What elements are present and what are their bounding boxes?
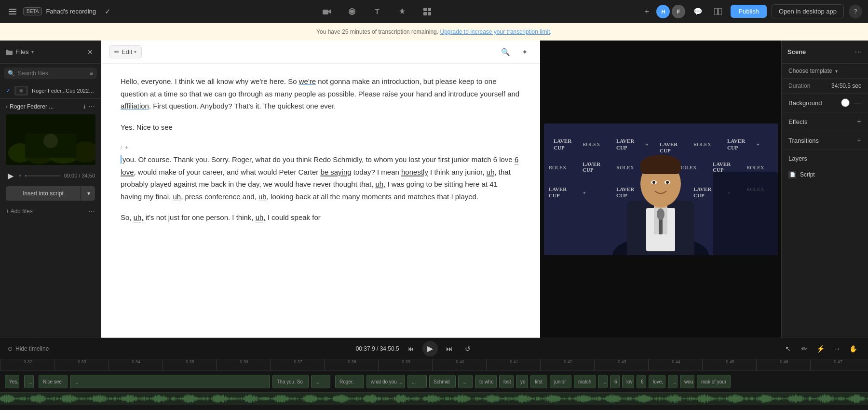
timeline-clip[interactable]: ... (70, 375, 270, 388)
timeline-clip[interactable]: junior (550, 375, 571, 388)
ruler-mark: 0:37 (270, 359, 324, 370)
timeline-clip[interactable]: 6 (610, 375, 620, 388)
edit-mode-button[interactable]: ✏ Edit ▾ (109, 45, 142, 58)
skip-back-button[interactable]: ⏮ (404, 342, 418, 355)
extend-tool-icon[interactable]: ↔ (830, 342, 844, 355)
loop-button[interactable]: ↺ (461, 342, 475, 355)
search-input[interactable] (18, 70, 87, 77)
timeline-clip[interactable]: lost (499, 375, 514, 388)
timeline-clip[interactable]: ... (311, 375, 330, 388)
link-word-11[interactable]: uh, (256, 213, 266, 221)
open-desktop-button[interactable]: Open in desktop app (772, 4, 844, 18)
effects-row[interactable]: Effects + (782, 112, 868, 131)
choose-template-button[interactable]: Choose template ▾ (782, 64, 868, 78)
background-row[interactable]: Background — (782, 94, 868, 112)
effects-add-icon[interactable]: + (857, 117, 861, 126)
scene-menu-icon[interactable]: ⋯ (854, 47, 862, 56)
hide-timeline-button[interactable]: ⊙ Hide timeline (8, 345, 49, 352)
link-word-1[interactable]: we're (299, 77, 316, 85)
files-more-menu[interactable]: ⋯ (88, 207, 95, 215)
topbar: BETA Fahad's recording ✓ T (0, 0, 868, 23)
split-view-icon[interactable] (710, 4, 726, 19)
svg-text:LAVER: LAVER (549, 186, 567, 192)
link-word-5[interactable]: honestly (401, 168, 428, 176)
timeline-clip[interactable]: to who (475, 375, 497, 388)
timeline-clip[interactable]: wou (680, 375, 694, 388)
warning-text: You have 25 minutes of transcription rem… (316, 28, 438, 35)
timeline-clip[interactable]: Nice see (39, 375, 68, 388)
background-minus-icon[interactable]: — (854, 98, 861, 107)
search-script-icon[interactable]: 🔍 (498, 44, 513, 60)
clip-prev-icon[interactable]: ‹ (6, 103, 8, 110)
timeline-clip[interactable]: yo (516, 375, 528, 388)
svg-text:LAVER: LAVER (693, 186, 712, 192)
add-files-row[interactable]: + Add files ⋯ (0, 205, 101, 218)
chat-icon[interactable]: 💬 (690, 4, 705, 19)
link-word-3[interactable]: 6 love (121, 155, 518, 176)
insert-into-script-button[interactable]: Insert into script (6, 186, 81, 201)
edit-tool-icon[interactable]: ✏ (798, 342, 811, 355)
layer-item-script[interactable]: 📄 Script (788, 169, 861, 180)
timeline-clip[interactable]: what do you ... (366, 375, 405, 388)
waveform (0, 392, 868, 405)
transitions-add-icon[interactable]: + (857, 136, 861, 145)
timeline-clip[interactable]: first (530, 375, 547, 388)
text-icon[interactable]: T (369, 4, 385, 19)
add-block-button[interactable]: + (125, 143, 128, 152)
split-tool-icon[interactable]: ⚡ (814, 342, 827, 355)
clip-info-icon[interactable]: ℹ (83, 104, 85, 110)
link-word-6[interactable]: uh, (487, 168, 497, 176)
plus-icon[interactable]: + (639, 4, 654, 19)
timeline-clip[interactable]: lov (622, 375, 634, 388)
ruler-mark: 0:41 (486, 359, 540, 370)
shape-icon[interactable] (394, 4, 410, 19)
status-check-icon[interactable]: ✓ (100, 4, 115, 19)
timeline-clip[interactable]: ... (24, 375, 34, 388)
link-word-2[interactable]: affiliation (121, 102, 149, 110)
svg-text:ROLEX: ROLEX (549, 164, 567, 170)
duration-row: Duration 34:50.5 sec (782, 79, 868, 93)
background-color-swatch[interactable] (841, 98, 850, 107)
layout-icon[interactable] (420, 4, 435, 19)
hand-tool-icon[interactable]: ✋ (847, 342, 860, 355)
timeline-clip[interactable]: Schmid (429, 375, 456, 388)
link-word-9[interactable]: uh, (258, 192, 269, 201)
cursor-tool-icon[interactable]: ↖ (781, 342, 795, 355)
upgrade-link[interactable]: Upgrade to increase your transcription l… (440, 28, 550, 35)
insert-dropdown-button[interactable]: ▾ (81, 186, 95, 201)
link-word-8[interactable]: uh, (173, 192, 183, 201)
timeline-play-button[interactable]: ▶ (422, 341, 438, 356)
record-icon[interactable] (344, 4, 360, 19)
timeline-clip[interactable]: ... (458, 375, 473, 388)
project-name: Fahad's recording (46, 8, 96, 15)
link-word-10[interactable]: uh, (134, 213, 144, 221)
filter-icon[interactable]: ≡ (90, 70, 93, 77)
background-label: Background (788, 99, 822, 107)
publish-button[interactable]: Publish (731, 5, 767, 18)
timeline-clip[interactable]: Tha you. So (272, 375, 309, 388)
ai-magic-icon[interactable]: ✦ (517, 44, 532, 60)
timeline-clip[interactable]: love, (649, 375, 665, 388)
link-word-4[interactable]: be saying (320, 168, 351, 176)
transitions-row[interactable]: Transitions + (782, 131, 868, 150)
timeline-clip[interactable]: match (574, 375, 596, 388)
close-left-panel-icon[interactable]: ✕ (85, 47, 95, 57)
skip-forward-button[interactable]: ⏭ (443, 342, 456, 355)
timeline-clip[interactable]: 6 (637, 375, 646, 388)
timeline-clip[interactable]: ... (598, 375, 608, 388)
clip-more-icon[interactable]: ⋯ (88, 103, 95, 110)
file-item[interactable]: ✓ Roger Feder...Cup 2022.mp4 (0, 83, 101, 98)
timeline-clip[interactable]: ... (668, 375, 678, 388)
timeline-clip[interactable]: Yes. (5, 375, 19, 388)
link-word-7[interactable]: uh, (375, 180, 385, 188)
help-icon[interactable]: ? (849, 5, 862, 18)
files-dropdown[interactable]: Files ▾ (6, 48, 34, 55)
timeline-clip[interactable]: Roger, (335, 375, 364, 388)
timeline-clip[interactable]: mak of your (697, 375, 731, 388)
clip-progress-bar[interactable] (25, 175, 60, 177)
menu-icon[interactable] (6, 5, 19, 18)
camera-icon[interactable] (319, 4, 335, 19)
timeline-clip[interactable]: ... (407, 375, 427, 388)
clip-thumbnail (6, 114, 95, 165)
clip-play-button[interactable]: ▶ (6, 171, 15, 180)
